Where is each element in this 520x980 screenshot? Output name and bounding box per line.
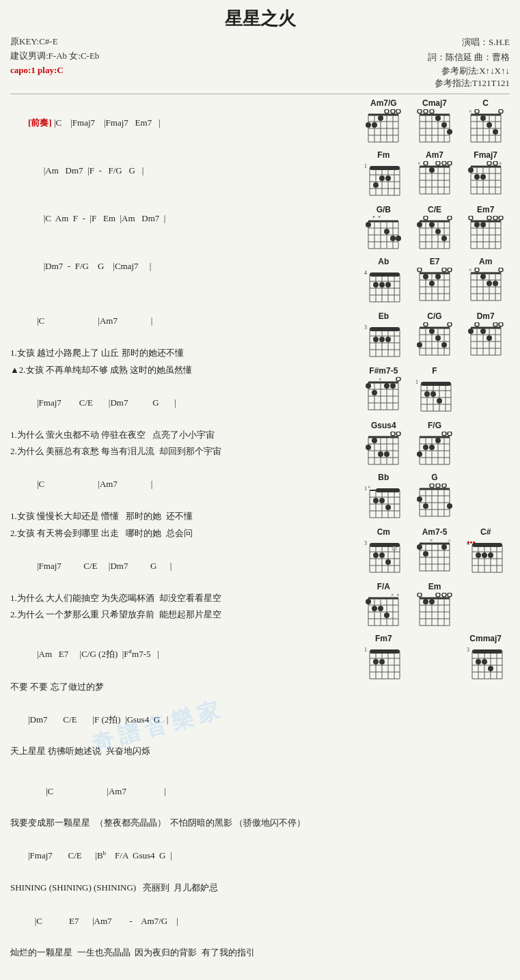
chord-ab-label: Ab (378, 257, 389, 266)
chord-fsharpm7-5: F#m7-5 (359, 366, 408, 415)
chorus-chord4: |F C/E |Dm7 Fm | (10, 962, 354, 980)
svg-text:×: × (499, 161, 502, 167)
chord-fsharpm7-5-label: F#m7-5 (369, 366, 398, 376)
verse1-lyric4: 2.为什么 美丽总有哀愁 每当有泪儿流 却回到那个宇宙 (10, 443, 354, 460)
svg-point-284 (437, 398, 442, 404)
svg-point-314 (423, 445, 428, 450)
svg-point-147 (480, 222, 486, 227)
svg-point-149 (487, 216, 491, 220)
svg-point-78 (429, 167, 435, 173)
chord-cg: C/G (411, 311, 459, 361)
svg-text:1: 1 (364, 486, 367, 492)
svg-point-299 (384, 451, 389, 457)
svg-text:×: × (368, 484, 371, 490)
chord-am7: Am7 (411, 150, 459, 199)
chord-cm: Cm 3 (359, 527, 408, 576)
svg-point-465 (476, 659, 481, 664)
svg-text:1: 1 (364, 647, 367, 653)
chord-fg: F/G (411, 421, 459, 467)
chorus-chord2: |Fmaj7 C/E |Bb F/A Gsus4 G | (10, 832, 354, 880)
svg-point-282 (424, 391, 430, 397)
verse1-lyric3: 1.为什么 萤火虫都不动 停驻在夜空 点亮了小小宇宙 (10, 427, 354, 444)
svg-text:3: 3 (364, 324, 367, 331)
chorus-chord1: |C |Am7 | (10, 767, 354, 815)
svg-point-28 (435, 115, 441, 121)
svg-point-401 (482, 552, 487, 558)
chord-am-label: Am (479, 257, 492, 266)
svg-point-298 (378, 451, 383, 457)
chord-em-label: Em (428, 582, 441, 591)
chord-eb: Eb 3 (359, 311, 408, 361)
svg-point-197 (487, 281, 492, 286)
chord-gb: G/B (359, 205, 408, 251)
verse1-chord4: |Fmaj7 C/E |Dm7 G | (10, 542, 354, 590)
svg-point-183 (442, 268, 446, 272)
key-info: 原KEY:C#-E 建议男调:F-Ab 女:C-Eb capo:1 play:C (10, 35, 99, 77)
svg-point-79 (424, 161, 428, 165)
svg-rect-399 (472, 543, 502, 547)
svg-point-333 (379, 498, 385, 503)
prechorus-chord2: |Dm7 C/E |F (2拍) |Gsus4 G | (10, 695, 354, 743)
svg-point-64 (379, 176, 385, 181)
svg-text:1: 1 (364, 163, 367, 169)
svg-point-229 (417, 342, 422, 348)
svg-point-352 (442, 484, 446, 488)
capo-info: capo:1 play:C (10, 64, 99, 78)
svg-text:×: × (430, 538, 433, 544)
svg-point-181 (429, 281, 435, 286)
chord-dm7-label: Dm7 (477, 311, 495, 321)
svg-point-249 (475, 322, 479, 326)
svg-point-48 (475, 109, 479, 113)
chord-grid-row9: Cm 3 (359, 527, 510, 576)
svg-text:×: × (469, 109, 472, 115)
svg-point-45 (480, 115, 486, 121)
svg-point-182 (418, 268, 422, 272)
svg-point-134 (448, 216, 452, 220)
chord-grid-row5: Eb 3 (359, 311, 510, 361)
svg-point-11 (366, 122, 371, 128)
chord-fm7-label: Fm7 (375, 634, 392, 643)
svg-point-33 (430, 109, 434, 113)
verse1-lyric6: 2.女孩 有天将会到哪里 出走 哪时的她 总会问 (10, 525, 354, 542)
verse1-chord2: |Fmaj7 C/E |Dm7 G | (10, 378, 354, 426)
svg-point-179 (423, 274, 428, 279)
svg-point-367 (373, 552, 379, 558)
chord-am7-label: Am7 (426, 150, 443, 160)
header-row: 原KEY:C#-E 建议男调:F-Ab 女:C-Eb capo:1 play:C… (10, 35, 510, 89)
prelude-section: [前奏] |C |Fmaj7 |Fmaj7 Em7 | (10, 98, 354, 146)
svg-text:4: 4 (364, 270, 367, 276)
verse1-lyric5: 1.女孩 慢慢长大却还是 懵懂 那时的她 还不懂 (10, 508, 354, 525)
svg-rect-464 (472, 649, 502, 654)
chord-am7g-label: Am7/G (370, 98, 397, 108)
verse1-lyric1: 1.女孩 越过小路爬上了 山丘 那时的她还不懂 (10, 345, 354, 362)
svg-point-216 (379, 337, 385, 342)
chord-cmaj7: Cmaj7 (411, 98, 459, 145)
chord-dm7: Dm7 (461, 311, 510, 361)
chord-cmaj7-label: Cmaj7 (422, 98, 447, 108)
chorus-lyric2: SHINING (SHINING) (SHINING) 亮丽到 月儿都妒忌 (10, 880, 354, 897)
svg-point-381 (417, 544, 422, 550)
chord-am7-5: Am7-5 (411, 527, 459, 576)
svg-point-113 (384, 229, 389, 234)
svg-point-297 (372, 438, 377, 443)
svg-point-350 (430, 484, 434, 488)
svg-point-231 (435, 335, 441, 341)
svg-point-196 (480, 274, 486, 279)
chord-csharp: C# 4 ●●● (461, 527, 510, 576)
svg-point-49 (499, 109, 503, 113)
svg-point-300 (391, 432, 395, 436)
chord-bb-label: Bb (378, 473, 389, 482)
chord-grid-row4: Ab 4 (359, 257, 510, 306)
chorus-lyric3: 灿烂的一颗星星 一生也亮晶晶 因为夜归的背影 有了我的指引 (10, 944, 354, 962)
prelude-line4: |Dm7 - F/G G |Cmaj7 | (10, 242, 354, 290)
chord-grid-row2: Fm 1 (359, 150, 510, 199)
chord-grid-row1: Am7/G (359, 98, 510, 145)
singer: 演唱：S.H.E (428, 35, 510, 50)
svg-point-348 (423, 503, 428, 509)
svg-point-416 (378, 606, 383, 611)
page: 星星之火 原KEY:C#-E 建议男调:F-Ab 女:C-Eb capo:1 p… (0, 0, 520, 980)
svg-point-66 (373, 182, 379, 188)
chorus-lyric1: 我要变成那一颗星星 （整夜都亮晶晶） 不怕阴暗的黑影 （骄傲地闪不停） (10, 815, 354, 832)
svg-point-133 (424, 216, 428, 220)
svg-point-96 (474, 174, 480, 180)
